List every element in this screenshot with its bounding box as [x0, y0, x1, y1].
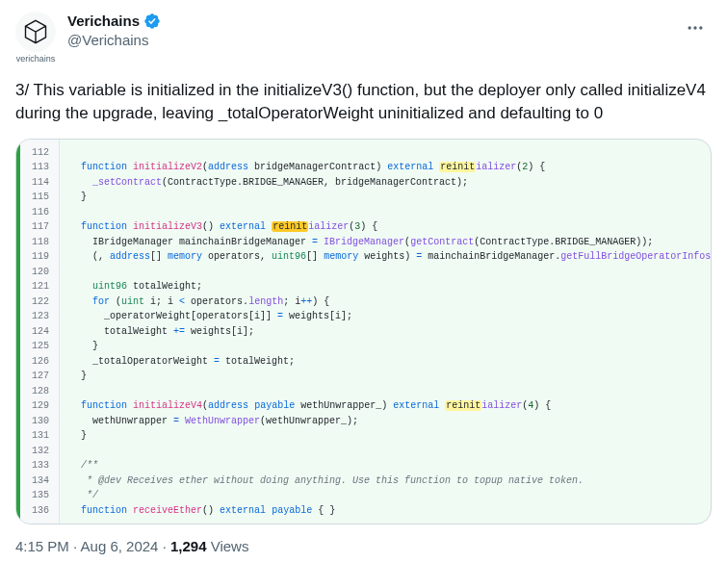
line-number: 136 — [32, 503, 49, 519]
code-line — [69, 444, 701, 459]
code-line: function initializeV4(address payable we… — [69, 398, 701, 414]
line-number: 117 — [32, 219, 49, 235]
code-line: function receiveEther() external payable… — [69, 503, 701, 519]
svg-point-2 — [699, 26, 702, 29]
user-info: Verichains @Verichains — [67, 12, 161, 49]
code-line: (, address[] memory operators, uint96[] … — [69, 249, 701, 265]
code-line: _setContract(ContractType.BRIDGE_MANAGER… — [69, 175, 701, 191]
more-button[interactable] — [679, 12, 712, 44]
code-line — [69, 145, 701, 161]
code-block[interactable]: 1121131141151161171181191201211221231241… — [15, 139, 712, 525]
avatar-label: verichains — [16, 54, 56, 64]
views-label: Views — [207, 538, 249, 554]
avatar — [15, 12, 56, 52]
code-line: } — [69, 190, 701, 205]
line-number: 119 — [32, 249, 49, 265]
tweet-text: 3/ This variable is initialized in the i… — [15, 79, 712, 125]
svg-point-1 — [693, 26, 696, 29]
svg-point-0 — [688, 26, 691, 29]
code-line: for (uint i; i < operators.length; i++) … — [69, 294, 701, 310]
code-line: function initializeV3() external reiniti… — [69, 219, 701, 235]
verified-badge-icon — [143, 13, 161, 30]
code-line: function initializeV2(address bridgeMana… — [69, 160, 701, 175]
code-line — [69, 384, 701, 399]
line-number-gutter: 1121131141151161171181191201211221231241… — [16, 140, 60, 524]
line-number: 121 — [32, 279, 49, 294]
avatar-container[interactable]: verichains — [15, 12, 56, 64]
line-number: 130 — [32, 414, 49, 429]
line-number: 128 — [32, 384, 49, 399]
code-line: IBridgeManager mainchainBridgeManager = … — [69, 235, 701, 250]
line-number: 127 — [32, 369, 49, 384]
tweet-meta: 4:15 PM · Aug 6, 2024 · 1,294 Views — [15, 538, 712, 554]
views-count[interactable]: 1,294 — [170, 538, 207, 554]
line-number: 125 — [32, 339, 49, 354]
line-number: 132 — [32, 444, 49, 459]
more-icon — [686, 18, 705, 38]
code-line: * @dev Receives ether without doing anyt… — [69, 473, 701, 489]
code-line: _totalOperatorWeight = totalWeight; — [69, 354, 701, 370]
line-number: 133 — [32, 458, 49, 473]
code-line: } — [69, 339, 701, 354]
display-name[interactable]: Verichains — [67, 12, 140, 31]
cube-icon — [22, 18, 49, 45]
code-line: } — [69, 369, 701, 384]
code-line: */ — [69, 488, 701, 503]
code-line: totalWeight += weights[i]; — [69, 324, 701, 340]
line-number: 123 — [32, 309, 49, 324]
line-number: 122 — [32, 294, 49, 310]
code-line: wethUnwrapper = WethUnwrapper(wethUnwrap… — [69, 414, 701, 429]
line-number: 116 — [32, 205, 49, 220]
user-handle[interactable]: @Verichains — [67, 31, 161, 50]
code-line: } — [69, 428, 701, 444]
line-number: 129 — [32, 398, 49, 414]
line-number: 131 — [32, 428, 49, 444]
line-number: 134 — [32, 473, 49, 489]
tweet-date[interactable]: Aug 6, 2024 — [81, 538, 159, 554]
line-number: 113 — [32, 160, 49, 175]
line-number: 120 — [32, 265, 49, 280]
line-number: 126 — [32, 354, 49, 370]
code-content: function initializeV2(address bridgeMana… — [60, 140, 711, 524]
code-line — [69, 205, 701, 220]
line-number: 118 — [32, 235, 49, 250]
code-line: uint96 totalWeight; — [69, 279, 701, 294]
code-line: /** — [69, 458, 701, 473]
line-number: 115 — [32, 190, 49, 205]
tweet-header: verichains Verichains @Verichains — [15, 12, 712, 64]
line-number: 114 — [32, 175, 49, 191]
line-number: 112 — [32, 145, 49, 161]
tweet-time[interactable]: 4:15 PM — [15, 538, 69, 554]
line-number: 124 — [32, 324, 49, 340]
code-line — [69, 265, 701, 280]
line-number: 135 — [32, 488, 49, 503]
code-line: _operatorWeight[operators[i]] = weights[… — [69, 309, 701, 324]
